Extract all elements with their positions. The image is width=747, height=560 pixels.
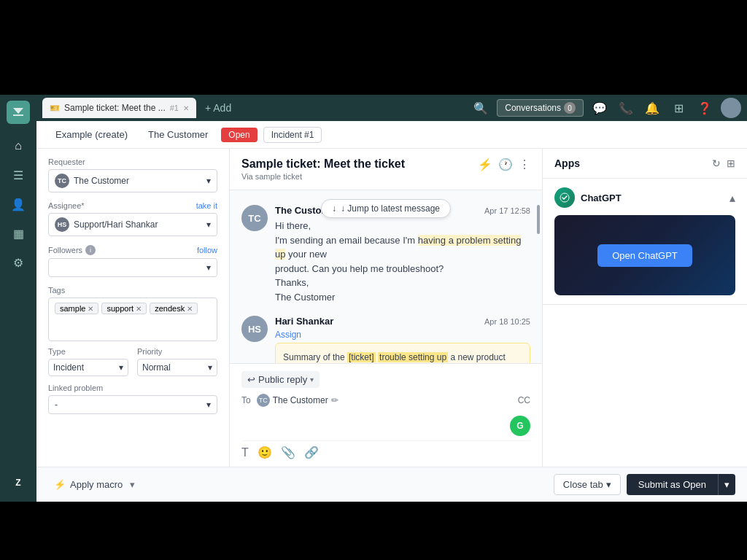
tab-bar: 🎫 Sample ticket: Meet the ... #1 ✕ + Add…: [36, 95, 747, 121]
apps-grid-icon[interactable]: ⊞: [727, 158, 735, 169]
close-tab-label: Close tab: [563, 479, 603, 490]
edit-to-icon[interactable]: ✏: [331, 395, 338, 405]
nav-contacts-icon[interactable]: 👤: [5, 191, 31, 217]
refresh-icon[interactable]: ↻: [712, 158, 721, 169]
active-tab[interactable]: 🎫 Sample ticket: Meet the ... #1 ✕: [42, 98, 196, 118]
reply-tab-arrow: ▾: [310, 376, 314, 384]
assignee-avatar: HS: [55, 217, 69, 232]
priority-value: Normal: [142, 362, 171, 373]
bottom-black-bar: [0, 502, 747, 560]
tag-support-remove[interactable]: ✕: [136, 305, 142, 313]
sub-tab-open[interactable]: Open: [221, 128, 257, 142]
scrollbar-thumb[interactable]: [537, 205, 540, 234]
tag-support: support ✕: [101, 303, 147, 314]
conversations-button[interactable]: Conversations 0: [497, 99, 584, 117]
grammarly-icon[interactable]: G: [510, 416, 530, 436]
assignee-select[interactable]: HS Support/Hari Shankar ▾: [48, 213, 217, 236]
nav-tickets-icon[interactable]: ☰: [5, 162, 31, 188]
message-1-text: Hi there, I'm sending an email because I…: [275, 219, 530, 304]
content-area: 🎫 Sample ticket: Meet the ... #1 ✕ + Add…: [36, 95, 747, 502]
followers-select[interactable]: ▾: [48, 258, 217, 277]
history-icon[interactable]: 🕐: [498, 158, 513, 171]
priority-label: Priority: [137, 347, 217, 356]
assign-link[interactable]: Assign: [275, 330, 530, 340]
type-label: Type: [48, 347, 128, 356]
sub-tab-customer[interactable]: The Customer: [141, 126, 215, 143]
submit-as-open-button[interactable]: Submit as Open: [627, 474, 718, 495]
linked-problem-select[interactable]: - ▾: [48, 395, 217, 414]
ticket-header: Sample ticket: Meet the ticket Via sampl…: [230, 149, 542, 190]
open-chatgpt-button[interactable]: Open ChatGPT: [597, 244, 692, 267]
chatgpt-logo: [554, 187, 575, 208]
jump-to-latest-button[interactable]: ↓ ↓ Jump to latest message: [321, 199, 451, 218]
text-format-icon[interactable]: T: [241, 446, 249, 459]
attach-icon[interactable]: 📎: [281, 446, 295, 459]
bell-icon[interactable]: 🔔: [642, 98, 662, 118]
close-tab-chevron: ▾: [606, 479, 611, 490]
nav-settings-icon[interactable]: ⚙: [5, 249, 31, 276]
type-select[interactable]: Incident ▾: [48, 359, 128, 376]
chatgpt-card: Open ChatGPT: [554, 215, 735, 295]
tag-sample-remove[interactable]: ✕: [88, 305, 93, 313]
reply-tabs: ↩ Public reply ▾: [241, 371, 530, 388]
requester-select[interactable]: TC The Customer ▾: [48, 169, 217, 192]
summary-highlight2: trouble setting up: [378, 352, 448, 362]
nav-zendesk-icon[interactable]: Z: [5, 470, 31, 496]
more-icon[interactable]: ⋮: [519, 158, 530, 171]
type-chevron: ▾: [119, 362, 123, 373]
priority-select[interactable]: Normal ▾: [137, 359, 217, 376]
reply-editor[interactable]: G: [241, 411, 530, 440]
top-black-bar: [0, 0, 747, 95]
assignee-value: Support/Hari Shankar: [74, 219, 158, 230]
sub-tabs: Example (create) The Customer Open Incid…: [36, 121, 747, 149]
close-tab-button[interactable]: Close tab ▾: [554, 474, 621, 495]
tags-label: Tags: [48, 286, 217, 295]
sub-tab-example[interactable]: Example (create): [48, 126, 135, 143]
grid-icon[interactable]: ⊞: [668, 98, 689, 118]
to-customer-name: The Customer: [273, 395, 328, 405]
requester-value: The Customer: [74, 176, 129, 186]
tag-zendesk-remove[interactable]: ✕: [187, 305, 193, 313]
to-avatar: TC: [257, 394, 270, 407]
sub-tab-incident[interactable]: Incident #1: [263, 127, 322, 143]
message-1-time: Apr 17 12:58: [484, 206, 530, 215]
type-value: Incident: [53, 362, 84, 373]
message-2-body: Hari Shankar Apr 18 10:25 Assign Summary…: [275, 316, 530, 363]
phone-icon[interactable]: 📞: [616, 98, 636, 118]
chatgpt-header[interactable]: ChatGPT ▴: [554, 187, 735, 208]
tag-support-label: support: [107, 304, 133, 313]
help-icon[interactable]: ❓: [694, 98, 715, 118]
chatgpt-label: ChatGPT: [581, 192, 622, 203]
emoji-icon[interactable]: 🙂: [258, 446, 272, 459]
reply-tab-public[interactable]: ↩ Public reply ▾: [241, 371, 320, 388]
cc-button[interactable]: CC: [518, 395, 530, 405]
link-icon[interactable]: 🔗: [304, 446, 319, 459]
take-it-link[interactable]: take it: [196, 201, 217, 210]
requester-avatar: TC: [55, 174, 69, 188]
apps-header: Apps ↻ ⊞: [543, 149, 747, 179]
chat-icon[interactable]: 💬: [589, 98, 610, 118]
tab-close-icon[interactable]: ✕: [183, 104, 189, 112]
followers-info-icon[interactable]: i: [85, 245, 96, 255]
add-tab-button[interactable]: + Add: [199, 99, 237, 117]
chatgpt-collapse-icon[interactable]: ▴: [729, 191, 735, 205]
requester-label: Requester: [48, 158, 217, 166]
message-2-time: Apr 18 10:25: [484, 317, 530, 326]
app-logo[interactable]: [7, 101, 30, 124]
nav-home-icon[interactable]: ⌂: [5, 133, 31, 159]
message-1: TC The Customer Apr 17 12:58 Hi there, I…: [241, 205, 530, 304]
filter-icon[interactable]: ⚡: [478, 158, 492, 171]
search-icon[interactable]: 🔍: [471, 98, 491, 118]
apply-macro-button[interactable]: ⚡ Apply macro ▾: [48, 476, 141, 493]
tag-zendesk-label: zendesk: [155, 304, 185, 313]
nav-reporting-icon[interactable]: ▦: [5, 220, 31, 246]
follow-link[interactable]: follow: [197, 246, 217, 254]
macro-icon: ⚡: [54, 479, 66, 490]
message-1-body: The Customer Apr 17 12:58 Hi there, I'm …: [275, 205, 530, 304]
tags-container: sample ✕ support ✕ zendesk ✕: [48, 298, 217, 341]
submit-dropdown-button[interactable]: ▾: [718, 474, 735, 495]
user-avatar[interactable]: [721, 98, 741, 118]
message-2: HS Hari Shankar Apr 18 10:25 As: [241, 316, 530, 363]
linked-problem-chevron: ▾: [206, 400, 211, 410]
tag-sample-label: sample: [60, 304, 85, 313]
